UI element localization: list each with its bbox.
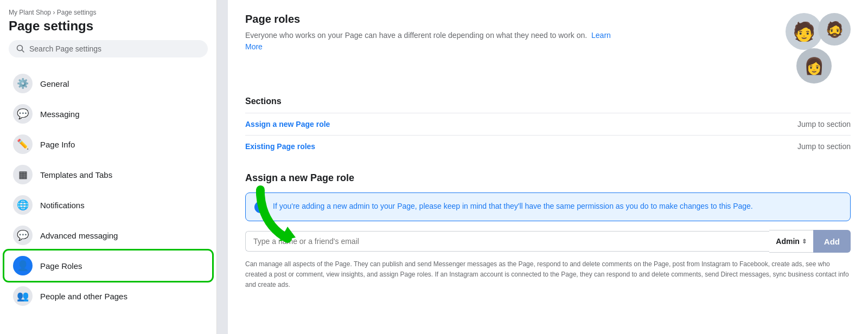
grid-icon: ▦ [13,165,33,184]
messaging-icon: 💬 [13,104,33,124]
role-select-label: Admin [776,237,800,246]
name-email-input[interactable] [245,231,769,252]
info-icon: i [254,201,266,213]
assign-title: Assign a new Page role [245,172,851,184]
sidebar: My Plant Shop › Page settings Page setti… [0,0,217,334]
roles-desc: Everyone who works on your Page can have… [245,30,625,53]
jump-to-section-2[interactable]: Jump to section [797,142,851,151]
add-button[interactable]: Add [813,230,851,253]
avatar: 👩 [796,48,832,84]
sidebar-item-page-roles[interactable]: 👤 Page Roles [4,251,212,281]
sidebar-header: My Plant Shop › Page settings Page setti… [0,9,216,64]
section-row-assign: Assign a new Page role Jump to section [245,113,851,135]
pencil-icon: ✏️ [13,134,33,154]
existing-page-roles-link[interactable]: Existing Page roles [245,142,315,151]
nav-items: ⚙️ General 💬 Messaging ✏️ Page Info ▦ Te… [0,68,216,311]
sidebar-item-templates-tabs[interactable]: ▦ Templates and Tabs [4,159,212,190]
info-banner: i If you're adding a new admin to your P… [245,192,851,221]
breadcrumb: My Plant Shop › Page settings [9,9,208,16]
role-select-wrapper[interactable]: Admin ⇕ [769,230,813,253]
sidebar-item-label: Messaging [40,110,80,119]
info-banner-text: If you're adding a new admin to your Pag… [273,201,753,212]
sidebar-item-messaging[interactable]: 💬 Messaging [4,99,212,129]
people-icon: 👥 [13,286,33,306]
content-panel: Page roles Everyone who works on your Pa… [228,0,868,334]
svg-line-1 [22,50,24,53]
assign-page-role-link[interactable]: Assign a new Page role [245,120,330,129]
sidebar-item-label: Advanced messaging [40,231,118,240]
sidebar-item-label: Page Roles [40,261,82,271]
role-description: Can manage all aspects of the Page. They… [245,259,851,291]
globe-icon: 🌐 [13,195,33,215]
sidebar-item-people-other-pages[interactable]: 👥 People and other Pages [4,281,212,311]
sidebar-item-label: Notifications [40,201,85,210]
avatar: 🧑 [786,13,822,50]
sidebar-item-label: Templates and Tabs [40,170,112,179]
person-icon: 👤 [13,256,33,275]
search-placeholder: Search Page settings [29,44,101,53]
roles-header-text: Page roles Everyone who works on your Pa… [245,13,780,53]
search-box[interactable]: Search Page settings [9,40,208,57]
sidebar-item-advanced-messaging[interactable]: 💬 Advanced messaging [4,220,212,251]
sidebar-item-label: General [40,79,69,88]
sidebar-divider [217,0,228,334]
sidebar-item-label: People and other Pages [40,292,127,301]
sidebar-item-page-info[interactable]: ✏️ Page Info [4,129,212,159]
chevron-icon: ⇕ [802,238,807,245]
avatars-group: 🧑 🧔 👩 [780,13,851,84]
jump-to-section-1[interactable]: Jump to section [797,120,851,129]
role-input-row: Admin ⇕ Add [245,230,851,253]
roles-title: Page roles [245,13,780,25]
page-roles-header: Page roles Everyone who works on your Pa… [245,13,851,84]
sidebar-item-general[interactable]: ⚙️ General [4,68,212,99]
sections-block: Sections Assign a new Page role Jump to … [245,97,851,157]
sidebar-item-label: Page Info [40,140,75,149]
assign-section: Assign a new Page role i If you're addin… [245,172,851,291]
page-title: Page settings [9,18,208,34]
gear-icon: ⚙️ [13,74,33,93]
section-row-existing: Existing Page roles Jump to section [245,135,851,157]
avatar: 🧔 [818,13,851,46]
sections-title: Sections [245,97,851,106]
search-icon [16,44,25,53]
messenger-icon: 💬 [13,226,33,245]
sidebar-item-notifications[interactable]: 🌐 Notifications [4,190,212,220]
